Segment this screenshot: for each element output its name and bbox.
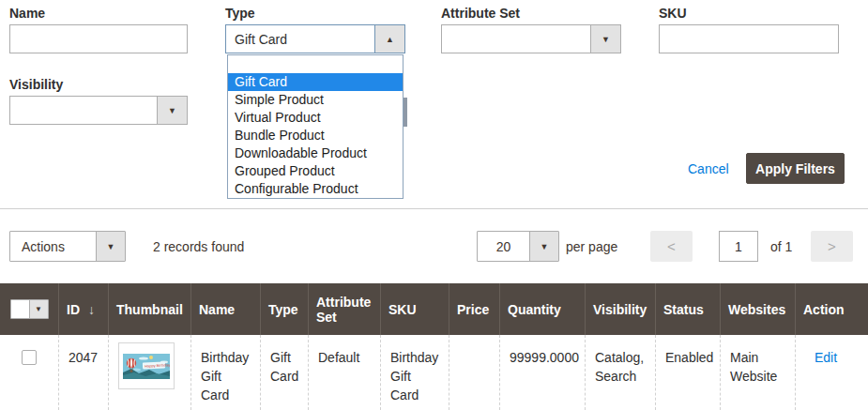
- column-header-attribute-set[interactable]: Attribute Set: [308, 283, 380, 335]
- records-count: 2 records found: [153, 239, 244, 254]
- next-page-button[interactable]: >: [811, 231, 853, 262]
- column-header-sku[interactable]: SKU: [380, 283, 449, 335]
- cell-visibility: Catalog, Search: [585, 335, 655, 410]
- column-header-action[interactable]: Action: [795, 283, 868, 335]
- apply-filters-button[interactable]: Apply Filters: [746, 153, 845, 184]
- arrow-down-icon: ▼: [35, 305, 42, 313]
- column-header-name[interactable]: Name: [190, 283, 260, 335]
- cell-attribute-set: Default: [308, 335, 380, 410]
- type-option-configurable-product[interactable]: Configurable Product: [228, 180, 403, 198]
- column-header-id[interactable]: ID ↓: [58, 283, 108, 335]
- cell-thumbnail: Happy Birthday: [108, 335, 190, 410]
- previous-page-button[interactable]: <: [650, 231, 693, 262]
- cell-action: Edit: [795, 335, 868, 410]
- select-all-arrow-button[interactable]: ▼: [29, 300, 48, 318]
- type-option-blank[interactable]: [228, 55, 403, 73]
- product-thumbnail: Happy Birthday: [118, 342, 175, 389]
- page-size-value: 20: [478, 232, 529, 261]
- type-option-gift-card[interactable]: Gift Card: [228, 73, 403, 91]
- select-all-checkbox[interactable]: [11, 300, 29, 318]
- cell-status: Enabled: [655, 335, 720, 410]
- select-all-header-cell: ▼: [0, 283, 58, 335]
- column-header-thumbnail[interactable]: Thumbnail: [108, 283, 190, 335]
- type-option-downloadable-product[interactable]: Downloadable Product: [228, 144, 403, 162]
- name-label: Name: [9, 6, 188, 24]
- column-header-status[interactable]: Status: [655, 283, 720, 335]
- page-number-input[interactable]: [719, 231, 758, 262]
- arrow-up-icon: ▲: [386, 35, 394, 44]
- sku-label: SKU: [659, 6, 839, 24]
- actions-select-arrow-button[interactable]: ▼: [96, 232, 125, 261]
- actions-select-value: Actions: [10, 232, 96, 261]
- cell-quantity: 99999.0000: [499, 335, 585, 410]
- select-all-control[interactable]: ▼: [10, 299, 49, 319]
- product-grid: ▼ ID ↓ Thumbnail Name Type Attribute Set…: [0, 283, 868, 410]
- attribute-set-select[interactable]: ▼: [441, 24, 621, 53]
- column-header-type[interactable]: Type: [260, 283, 308, 335]
- filter-field-attribute-set: Attribute Set ▼: [441, 6, 621, 53]
- cell-type: Gift Card: [260, 335, 308, 410]
- cell-price: [449, 335, 499, 410]
- type-option-simple-product[interactable]: Simple Product: [228, 91, 403, 109]
- arrow-down-icon: ▼: [168, 106, 176, 115]
- cancel-button[interactable]: Cancel: [688, 161, 729, 176]
- attribute-set-label: Attribute Set: [441, 6, 621, 24]
- type-select-value: Gift Card: [226, 25, 374, 53]
- row-checkbox[interactable]: [22, 350, 37, 365]
- type-option-bundle-product[interactable]: Bundle Product: [228, 127, 403, 144]
- sort-descending-icon: ↓: [88, 302, 95, 317]
- table-row: 2047 Happy Birthday: [0, 335, 868, 410]
- row-select-cell: [0, 335, 58, 410]
- column-header-price[interactable]: Price: [449, 283, 499, 335]
- name-input[interactable]: [9, 24, 188, 53]
- per-page-label: per page: [566, 239, 617, 254]
- cell-id: 2047: [58, 335, 108, 410]
- grid-header-row: ▼ ID ↓ Thumbnail Name Type Attribute Set…: [0, 283, 868, 335]
- column-header-websites[interactable]: Websites: [720, 283, 795, 335]
- sku-input[interactable]: [659, 24, 839, 53]
- type-select[interactable]: Gift Card ▲: [225, 24, 405, 53]
- filter-field-type: Type Gift Card ▲: [225, 6, 405, 53]
- arrow-down-icon: ▼: [602, 35, 610, 44]
- visibility-select-arrow-button[interactable]: ▼: [157, 97, 187, 124]
- dropdown-scrollbar-thumb[interactable]: [404, 98, 407, 127]
- type-option-virtual-product[interactable]: Virtual Product: [228, 109, 403, 127]
- chevron-left-icon: <: [667, 238, 676, 254]
- filter-field-sku: SKU: [659, 6, 839, 53]
- cell-sku: Birthday Gift Card: [380, 335, 449, 410]
- type-select-arrow-button[interactable]: ▲: [374, 25, 404, 53]
- column-header-visibility[interactable]: Visibility: [585, 283, 655, 335]
- product-grid-page: Name Type Gift Card ▲ Attribute Set ▼ SK…: [0, 0, 868, 410]
- page-size-arrow-button[interactable]: ▼: [529, 232, 558, 261]
- visibility-select[interactable]: ▼: [9, 96, 188, 125]
- filter-field-visibility: Visibility ▼: [9, 77, 188, 125]
- filter-panel-divider: [0, 208, 868, 209]
- visibility-label: Visibility: [9, 77, 188, 96]
- cell-name: Birthday Gift Card: [190, 335, 260, 410]
- cell-websites: Main Website: [720, 335, 795, 410]
- column-header-quantity[interactable]: Quantity: [499, 283, 585, 335]
- birthday-gift-card-image: Happy Birthday: [123, 354, 170, 379]
- attribute-set-select-value: [442, 25, 590, 53]
- page-size-select[interactable]: 20 ▼: [477, 231, 559, 262]
- page-count-label: of 1: [770, 239, 792, 254]
- arrow-down-icon: ▼: [541, 242, 549, 251]
- type-dropdown-list: Gift Card Simple Product Virtual Product…: [227, 54, 404, 199]
- attribute-set-select-arrow-button[interactable]: ▼: [590, 25, 620, 53]
- filter-field-name: Name: [9, 6, 188, 53]
- type-option-grouped-product[interactable]: Grouped Product: [228, 162, 403, 180]
- edit-link[interactable]: Edit: [815, 350, 837, 365]
- actions-select[interactable]: Actions ▼: [9, 231, 126, 262]
- arrow-down-icon: ▼: [107, 242, 115, 251]
- visibility-select-value: [10, 97, 157, 124]
- type-label: Type: [225, 6, 405, 24]
- chevron-right-icon: >: [828, 238, 836, 254]
